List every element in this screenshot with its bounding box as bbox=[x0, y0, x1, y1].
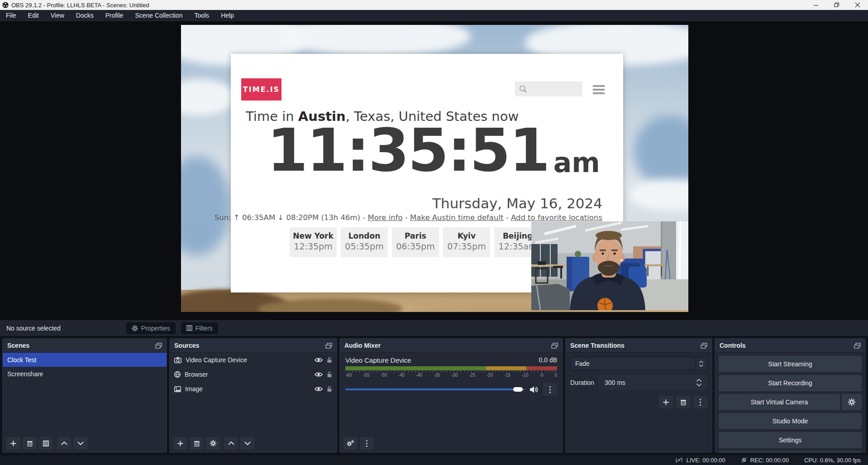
close-button[interactable] bbox=[847, 0, 868, 10]
sources-header[interactable]: Sources bbox=[170, 339, 337, 353]
add-scene-button[interactable] bbox=[6, 437, 20, 450]
scene-item-screenshare[interactable]: Screenshare bbox=[3, 367, 167, 381]
city-tile-kyiv[interactable]: Kyiv 07:35pm bbox=[443, 227, 490, 257]
popout-icon[interactable] bbox=[155, 343, 162, 349]
menu-profile[interactable]: Profile bbox=[100, 10, 129, 21]
settings-button[interactable]: Settings bbox=[719, 432, 862, 448]
mixer-menu-button[interactable] bbox=[360, 437, 374, 450]
mixer-db-value: 0.0 dB bbox=[539, 356, 557, 364]
move-source-up-button[interactable] bbox=[224, 437, 238, 450]
transition-menu-button[interactable] bbox=[693, 396, 707, 408]
menu-view[interactable]: View bbox=[45, 10, 70, 21]
speaker-icon[interactable] bbox=[529, 386, 539, 393]
scene-filters-button[interactable] bbox=[39, 437, 53, 450]
sun-info-line: Sun: ↑ 06:35AM ↓ 08:20PM (13h 46m) - Mor… bbox=[215, 213, 602, 222]
minimize-button[interactable] bbox=[806, 0, 826, 10]
select-spinner[interactable] bbox=[695, 357, 707, 370]
scene-item-clock-test[interactable]: Clock Test bbox=[3, 353, 167, 367]
volume-slider-handle[interactable] bbox=[513, 387, 523, 392]
city-tile-paris[interactable]: Paris 06:35pm bbox=[392, 227, 439, 257]
menu-tools[interactable]: Tools bbox=[188, 10, 215, 21]
restore-button[interactable] bbox=[826, 0, 847, 10]
timeis-logo[interactable]: TIME.IS bbox=[241, 78, 281, 101]
duration-field[interactable]: 300 ms bbox=[599, 375, 707, 390]
status-bar: LIVE: 00:00:00 REC: 00:00:00 CPU: 0.6%, … bbox=[0, 455, 868, 465]
unlock-icon[interactable] bbox=[327, 386, 332, 392]
program-canvas[interactable]: TIME.IS Time in Austin, Texas, United St… bbox=[181, 25, 688, 312]
stream-inactive-icon bbox=[675, 457, 683, 463]
start-virtual-camera-button[interactable]: Start Virtual Camera bbox=[719, 394, 840, 410]
webcam-video-source[interactable] bbox=[531, 221, 688, 310]
properties-label: Properties bbox=[141, 325, 170, 332]
source-row-video-capture[interactable]: Video Capture Device bbox=[170, 353, 337, 367]
separator: - bbox=[503, 213, 510, 222]
source-label: Browser bbox=[185, 371, 208, 378]
exit-button[interactable]: Exit bbox=[719, 451, 862, 453]
add-source-button[interactable] bbox=[173, 437, 187, 450]
scenes-header[interactable]: Scenes bbox=[3, 339, 167, 353]
search-box[interactable] bbox=[515, 81, 582, 96]
search-icon bbox=[519, 85, 528, 94]
properties-button[interactable]: Properties bbox=[126, 322, 176, 334]
gear-icon bbox=[210, 440, 216, 446]
source-row-image[interactable]: Image bbox=[170, 382, 337, 396]
make-default-link[interactable]: Make Austin time default bbox=[410, 213, 503, 222]
add-transition-button[interactable] bbox=[659, 396, 673, 408]
city-tile-new-york[interactable]: New York 12:35pm bbox=[290, 227, 337, 257]
digital-clock: 11:35:51 am bbox=[267, 121, 600, 180]
controls-header[interactable]: Controls bbox=[715, 339, 865, 353]
visibility-eye-icon[interactable] bbox=[315, 357, 323, 363]
advanced-audio-button[interactable] bbox=[343, 437, 358, 450]
preview-area[interactable]: TIME.IS Time in Austin, Texas, United St… bbox=[0, 21, 868, 320]
source-status-label: No source selected bbox=[6, 325, 61, 332]
menu-edit[interactable]: Edit bbox=[22, 10, 45, 21]
popout-icon[interactable] bbox=[854, 343, 861, 349]
move-scene-up-button[interactable] bbox=[57, 437, 71, 450]
popout-icon[interactable] bbox=[701, 343, 707, 349]
transition-select[interactable]: Fade bbox=[570, 357, 707, 370]
remove-scene-button[interactable] bbox=[23, 437, 37, 450]
studio-mode-button[interactable]: Studio Mode bbox=[719, 413, 862, 429]
start-streaming-button[interactable]: Start Streaming bbox=[719, 356, 862, 372]
mixer-channel-menu-button[interactable] bbox=[543, 383, 557, 396]
source-row-browser[interactable]: Browser bbox=[170, 367, 337, 382]
city-tile-london[interactable]: London 05:35pm bbox=[341, 227, 388, 257]
chevron-down-icon bbox=[699, 364, 703, 367]
visibility-eye-icon[interactable] bbox=[315, 386, 323, 392]
gear-icon bbox=[132, 325, 138, 331]
unlock-icon[interactable] bbox=[327, 371, 332, 378]
cloud bbox=[629, 179, 688, 211]
mixer-channel-name: Video Capture Device bbox=[345, 356, 411, 364]
filter-icon bbox=[43, 441, 49, 446]
source-properties-button[interactable] bbox=[206, 437, 220, 450]
source-label: Image bbox=[185, 385, 203, 393]
remove-source-button[interactable] bbox=[190, 437, 204, 450]
audio-mixer-header[interactable]: Audio Mixer bbox=[340, 339, 563, 353]
chevron-down-icon bbox=[244, 441, 251, 445]
filters-button[interactable]: Filters bbox=[181, 322, 218, 334]
menu-file[interactable]: File bbox=[0, 10, 22, 21]
selected-source-toolbar: No source selected Properties Filters bbox=[0, 320, 868, 336]
menu-scene-collection[interactable]: Scene Collection bbox=[129, 10, 188, 21]
sky-patch bbox=[634, 115, 688, 188]
remove-transition-button[interactable] bbox=[676, 396, 690, 408]
trash-icon bbox=[194, 441, 200, 446]
audio-mixer-panel: Audio Mixer Video Capture Device 0.0 dB … bbox=[339, 338, 563, 453]
visibility-eye-icon[interactable] bbox=[315, 372, 323, 377]
add-favorite-link[interactable]: Add to favorite locations bbox=[511, 213, 602, 222]
hamburger-menu-icon[interactable] bbox=[593, 85, 605, 94]
popout-icon[interactable] bbox=[551, 343, 558, 349]
unlock-icon[interactable] bbox=[327, 357, 332, 363]
transitions-header[interactable]: Scene Transitions bbox=[566, 339, 712, 353]
start-recording-button[interactable]: Start Recording bbox=[719, 375, 862, 391]
menu-docks[interactable]: Docks bbox=[70, 10, 100, 21]
duration-spinner[interactable] bbox=[696, 379, 701, 386]
move-source-down-button[interactable] bbox=[240, 437, 254, 450]
volume-slider[interactable] bbox=[345, 388, 525, 390]
menu-help[interactable]: Help bbox=[215, 10, 240, 21]
current-date: Thursday, May 16, 2024 bbox=[432, 195, 602, 211]
more-info-link[interactable]: More info bbox=[368, 213, 403, 222]
move-scene-down-button[interactable] bbox=[73, 437, 87, 450]
popout-icon[interactable] bbox=[325, 343, 332, 349]
virtual-camera-settings-button[interactable] bbox=[842, 394, 862, 410]
